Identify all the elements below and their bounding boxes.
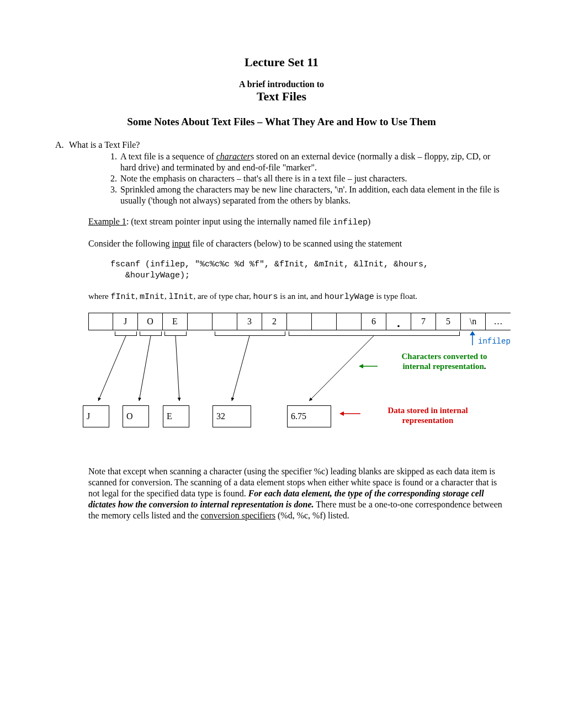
stream-cell	[213, 313, 237, 330]
example-heading: Example 1: (text stream pointer input us…	[88, 216, 508, 228]
infilep-label: infilep	[478, 337, 511, 346]
stored-box: O	[123, 405, 149, 427]
stream-cell	[188, 313, 213, 330]
svg-line-7	[232, 336, 249, 401]
list-item: Note the emphasis on characters – that's…	[119, 173, 508, 184]
svg-marker-1	[470, 331, 475, 335]
stream-cell: O	[138, 313, 163, 330]
stream-cell	[88, 313, 113, 330]
stream-cell: …	[486, 313, 511, 330]
stream-cell: E	[163, 313, 188, 330]
svg-line-4	[98, 336, 126, 401]
group-bracket	[115, 331, 137, 336]
stored-box: 6.75	[287, 405, 331, 427]
list-item: A text file is a sequence of characters …	[119, 151, 508, 173]
group-bracket	[164, 331, 187, 336]
stream-cell: \n	[461, 313, 486, 330]
stream-cell: 7	[411, 313, 436, 330]
section-letter: A.	[55, 140, 69, 150]
code-block: fscanf (infilep, "%c%c%c %d %f", &fInit,…	[110, 259, 508, 282]
subtitle: Some Notes About Text Files – What They …	[55, 116, 508, 128]
section-a-heading: A.What is a Text File?	[55, 140, 508, 150]
stored-box: E	[163, 405, 189, 427]
stream-cell	[312, 313, 337, 330]
stream-cell: 3	[237, 313, 262, 330]
footer-paragraph: Note that except when scanning a charact…	[88, 466, 508, 521]
list-item: Sprinkled among the characters may be ne…	[119, 184, 508, 206]
stream-cell: 6	[362, 313, 386, 330]
char-stream-row: J O E 3 2 6 . 7 5 \n …	[88, 313, 511, 330]
svg-line-8	[309, 336, 374, 401]
group-bracket	[140, 331, 162, 336]
topic-title: Text Files	[55, 89, 508, 104]
stored-box: J	[83, 405, 109, 427]
section-a-list: A text file is a sequence of characters …	[104, 151, 508, 206]
stream-cell	[337, 313, 362, 330]
intro-line: A brief introduction to	[55, 79, 508, 89]
where-line: where fInit, mInit, lInit, are of type c…	[88, 291, 508, 303]
red-caption: Data stored in internalrepresentation	[364, 405, 491, 425]
svg-marker-10	[339, 411, 344, 416]
group-bracket	[289, 331, 460, 336]
stream-cell	[287, 313, 312, 330]
stream-diagram: J O E 3 2 6 . 7 5 \n …	[88, 313, 508, 456]
svg-line-5	[139, 336, 151, 401]
lecture-title: Lecture Set 11	[55, 55, 508, 69]
group-bracket	[215, 331, 285, 336]
green-caption: Characters converted tointernal represen…	[381, 351, 508, 371]
infilep-arrow-icon	[467, 331, 478, 346]
stream-cell: .	[386, 313, 411, 330]
svg-line-6	[176, 336, 179, 401]
consider-line: Consider the following input file of cha…	[88, 238, 508, 249]
stream-cell: J	[113, 313, 138, 330]
stream-cell: 5	[436, 313, 461, 330]
left-arrow-icon	[339, 410, 362, 417]
stream-cell: 2	[262, 313, 287, 330]
stored-box: 32	[213, 405, 251, 427]
section-heading-text: What is a Text File?	[69, 140, 140, 149]
